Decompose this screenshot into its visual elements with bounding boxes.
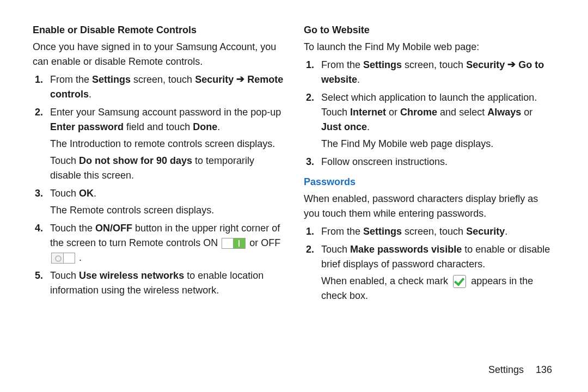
- text-bold: OK: [79, 188, 94, 199]
- text-bold: Enter password: [50, 121, 124, 132]
- text: Touch: [50, 270, 79, 281]
- text: .: [76, 252, 82, 263]
- text-bold: Security: [466, 226, 505, 237]
- text: .: [94, 188, 96, 199]
- left-step-3-sub: The Remote controls screen displays.: [50, 203, 284, 218]
- text-bold: Settings: [363, 226, 402, 237]
- left-step-5: Touch Use wireless networks to enable lo…: [50, 268, 284, 298]
- text-bold: Security: [466, 59, 505, 70]
- text-bold: Security: [195, 74, 234, 85]
- text-bold: Make passwords visible: [350, 244, 462, 255]
- left-step-4: Touch the ON/OFF button in the upper rig…: [50, 221, 284, 265]
- right-steps: From the Settings screen, touch Security…: [304, 58, 555, 169]
- left-column: Enable or Disable Remote Controls Once y…: [33, 23, 284, 360]
- left-step-3: Touch OK. The Remote controls screen dis…: [50, 186, 284, 218]
- text-bold: ON/OFF: [95, 223, 132, 234]
- text: .: [505, 226, 507, 237]
- pw-step-2-sub: When enabled, a check mark appears in th…: [321, 274, 555, 303]
- pw-step-2: Touch Make passwords visible to enable o…: [321, 242, 555, 303]
- text: From the: [50, 74, 92, 85]
- text: From the: [321, 226, 363, 237]
- text-bold: Settings: [92, 74, 131, 85]
- right-step-3: Follow onscreen instructions.: [321, 155, 555, 169]
- left-step-1: From the Settings screen, touch Security…: [50, 72, 284, 102]
- text: .: [367, 121, 370, 132]
- toggle-off-icon: [51, 253, 75, 264]
- text: or: [386, 107, 400, 118]
- arrow-icon: ➔: [507, 57, 516, 72]
- text: From the: [321, 59, 363, 70]
- text: .: [89, 89, 91, 100]
- footer-page-number: 136: [536, 364, 552, 375]
- text-bold: Chrome: [400, 107, 437, 118]
- text: .: [217, 121, 220, 132]
- text-bold: Internet: [350, 107, 386, 118]
- right-step-2-sub: The Find My Mobile web page displays.: [321, 137, 555, 151]
- text-bold: Always: [487, 107, 521, 118]
- passwords-intro: When enabled, password characters displa…: [304, 192, 555, 221]
- text: screen, touch: [402, 226, 466, 237]
- right-step-1: From the Settings screen, touch Security…: [321, 58, 555, 87]
- left-steps: From the Settings screen, touch Security…: [33, 72, 284, 298]
- text: When enabled, a check mark: [321, 275, 451, 286]
- right-intro: To launch the Find My Mobile web page:: [304, 40, 555, 54]
- text: screen, touch: [131, 74, 195, 85]
- text: or OFF: [247, 237, 280, 248]
- right-step-2: Select which application to launch the a…: [321, 90, 555, 151]
- text: field and touch: [124, 121, 193, 132]
- left-heading: Enable or Disable Remote Controls: [33, 23, 284, 38]
- arrow-icon: ➔: [236, 72, 244, 87]
- text: Touch the: [50, 223, 95, 234]
- left-intro: Once you have signed in to your Samsung …: [33, 40, 284, 69]
- right-column: Go to Website To launch the Find My Mobi…: [304, 23, 555, 360]
- left-step-2-sub2: Touch Do not show for 90 days to tempora…: [50, 154, 284, 183]
- text: and select: [437, 107, 487, 118]
- text-bold: Just once: [321, 121, 367, 132]
- text-bold: Do not show for 90 days: [79, 155, 192, 166]
- text: Enter your Samsung account password in t…: [50, 107, 281, 118]
- text: Touch: [50, 188, 79, 199]
- text-bold: Settings: [363, 59, 402, 70]
- left-step-2: Enter your Samsung account password in t…: [50, 105, 284, 183]
- text-bold: Done: [193, 121, 217, 132]
- manual-page: Enable or Disable Remote Controls Once y…: [0, 0, 588, 392]
- right-heading: Go to Website: [304, 23, 555, 38]
- passwords-section-title: Passwords: [304, 175, 555, 189]
- page-footer: Settings136: [33, 364, 555, 376]
- footer-section-label: Settings: [488, 364, 524, 375]
- checkmark-icon: [453, 275, 466, 288]
- toggle-on-icon: [222, 238, 246, 249]
- left-step-2-sub1: The Introduction to remote controls scre…: [50, 137, 284, 151]
- text: or: [521, 107, 532, 118]
- text: screen, touch: [402, 59, 466, 70]
- passwords-steps: From the Settings screen, touch Security…: [304, 224, 555, 303]
- text-bold: Use wireless networks: [79, 270, 184, 281]
- text: Touch: [321, 244, 350, 255]
- columns: Enable or Disable Remote Controls Once y…: [33, 23, 555, 360]
- pw-step-1: From the Settings screen, touch Security…: [321, 224, 555, 239]
- text: Touch: [50, 155, 79, 166]
- text: .: [357, 74, 360, 85]
